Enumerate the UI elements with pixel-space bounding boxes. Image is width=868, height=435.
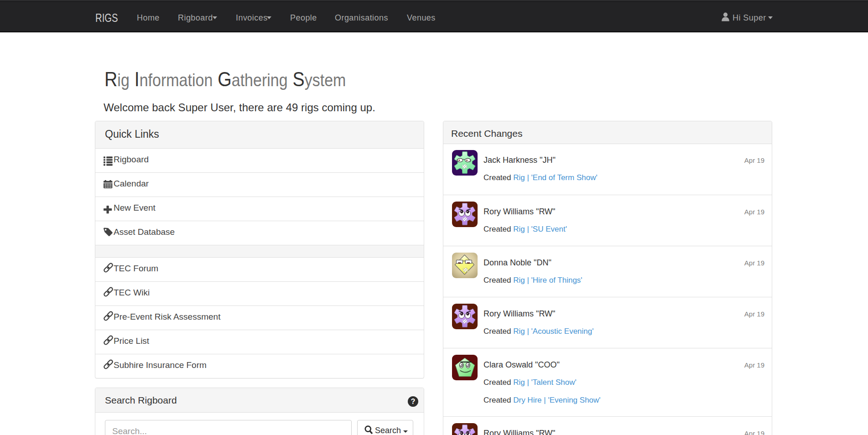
svg-text:?: ?	[411, 398, 416, 405]
